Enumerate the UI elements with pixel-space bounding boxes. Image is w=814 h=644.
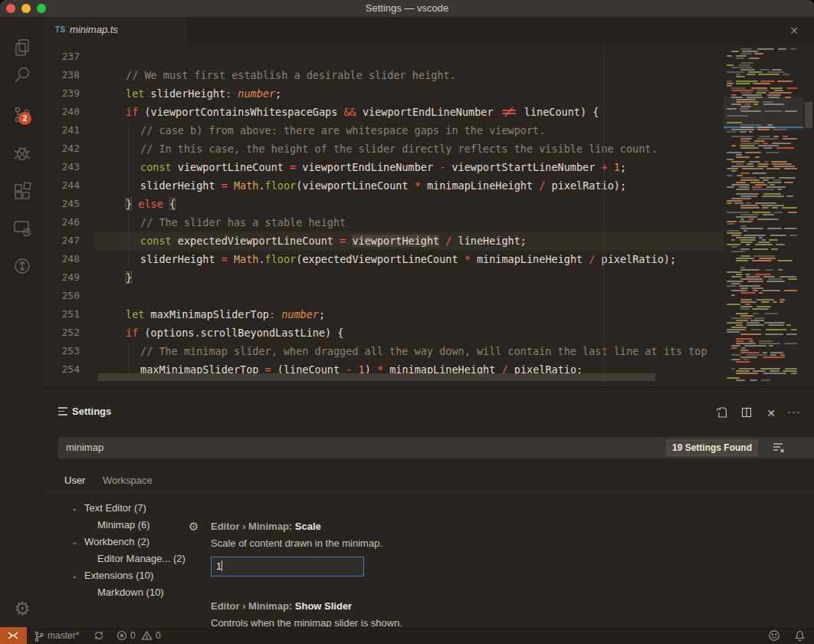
- tab-minimap-ts[interactable]: TS minimap.ts: [44, 17, 189, 44]
- more-actions-icon[interactable]: ···: [787, 406, 801, 420]
- minimap-scale-input[interactable]: 1: [211, 557, 364, 577]
- split-editor-icon[interactable]: [740, 406, 753, 420]
- setting-gear-icon[interactable]: ⚙: [189, 521, 201, 533]
- code-editor[interactable]: 237238// We must first establish a desir…: [44, 44, 814, 387]
- line-number: 245: [44, 195, 80, 213]
- settings-list-icon: [58, 407, 67, 416]
- search-icon[interactable]: [11, 64, 33, 86]
- line-number: 243: [44, 158, 80, 176]
- code-line-247: 247const expectedViewportLineCount = vie…: [44, 232, 814, 250]
- activity-bar: 2 ⚙: [0, 17, 44, 627]
- settings-search-input[interactable]: minimap 19 Settings Found: [57, 436, 814, 459]
- line-number: 244: [44, 176, 80, 195]
- text-caret: [222, 560, 222, 571]
- code-line-243: 243const viewportLineCount = viewportEnd…: [44, 158, 814, 176]
- vscode-window: Settings — vscode 2 ⚙ TS minimap.ts: [0, 0, 814, 644]
- setting-description-scale: Scale of content drawn in the minimap.: [211, 537, 382, 549]
- toc-item-markdown[interactable]: Markdown (10): [57, 584, 211, 601]
- search-value: minimap: [66, 442, 103, 453]
- settings-toc-tree: ⌄Text Editor (7)Minimap (6)⌄Workbench (2…: [57, 500, 211, 601]
- toc-item-label: Text Editor (7): [84, 500, 146, 517]
- settings-found-count: 19 Settings Found: [666, 439, 758, 456]
- code-line-250: 250: [44, 287, 814, 305]
- vertical-scrollbar-thumb[interactable]: [805, 102, 812, 128]
- window-title: Settings — vscode: [0, 2, 814, 14]
- sync-icon[interactable]: [94, 627, 104, 644]
- code-line-246: 246// The slider has a stable height: [44, 213, 814, 232]
- line-number: 252: [44, 324, 80, 342]
- line-number: 240: [44, 103, 80, 121]
- not-equals-ligature: [500, 104, 518, 115]
- errors-count[interactable]: 0: [130, 627, 136, 644]
- warnings-icon[interactable]: [141, 627, 153, 644]
- vertical-scrollbar[interactable]: [803, 44, 814, 387]
- toc-item-label: Editor Manage... (2): [97, 550, 185, 567]
- toc-item-label: Minimap (6): [97, 517, 150, 534]
- line-number: 238: [44, 66, 80, 84]
- tabs-separator: [44, 491, 814, 491]
- title-bar: Settings — vscode: [0, 0, 814, 17]
- editor-group-close-icon[interactable]: ✕: [789, 24, 799, 38]
- code-line-237: 237: [44, 48, 814, 66]
- code-line-241: 241// case b) from above: there are whit…: [44, 121, 814, 140]
- minimap[interactable]: [724, 44, 803, 387]
- status-bar: master* 0 0: [0, 627, 814, 644]
- line-number: 253: [44, 342, 80, 360]
- line-number: 237: [44, 48, 80, 66]
- tab-user[interactable]: User: [64, 475, 85, 486]
- toc-item-workbench[interactable]: ⌄Workbench (2): [57, 534, 211, 550]
- remote-indicator[interactable]: [0, 627, 27, 644]
- code-line-249: 249}: [44, 268, 814, 287]
- toc-item-text-editor[interactable]: ⌄Text Editor (7): [57, 500, 211, 517]
- line-number: 242: [44, 140, 80, 158]
- notifications-bell-icon[interactable]: [794, 627, 806, 644]
- toc-item-minimap[interactable]: Minimap (6): [57, 517, 211, 534]
- code-line-245: 245} else {: [44, 195, 814, 213]
- open-settings-json-icon[interactable]: [715, 406, 729, 420]
- tab-workspace[interactable]: Workspace: [103, 475, 153, 486]
- toc-item-label: Workbench (2): [84, 534, 149, 550]
- live-share-icon[interactable]: [11, 255, 33, 277]
- toc-item-editor-manage[interactable]: Editor Manage... (2): [57, 550, 211, 567]
- line-number: 249: [44, 268, 80, 287]
- clear-filters-icon[interactable]: [772, 442, 786, 454]
- code-line-252: 252if (options.scrollBeyondLastLine) {: [44, 324, 814, 342]
- git-branch-label[interactable]: master*: [48, 627, 79, 644]
- remote-explorer-icon[interactable]: [11, 217, 33, 238]
- editor-tab-bar: TS minimap.ts ✕: [44, 17, 814, 44]
- tab-label: minimap.ts: [70, 24, 118, 35]
- setting-title-scale: Editor › Minimap: Scale: [211, 521, 321, 532]
- git-branch-icon[interactable]: [34, 627, 44, 644]
- code-line-248: 248sliderHeight = Math.floor(expectedVie…: [44, 250, 814, 268]
- editor-ruler: [603, 44, 604, 387]
- settings-panel: Settings ✕ ··· minimap 19 Settings Found…: [44, 387, 814, 627]
- code-line-253: 253// The minimap slider, when dragged a…: [44, 342, 814, 360]
- errors-icon[interactable]: [117, 627, 127, 644]
- code-line-238: 238// We must first establish a desirabl…: [44, 66, 814, 84]
- line-number: 239: [44, 84, 80, 103]
- toc-item-label: Markdown (10): [97, 584, 164, 601]
- close-panel-icon[interactable]: ✕: [764, 406, 778, 420]
- feedback-smiley-icon[interactable]: [768, 627, 780, 644]
- line-number: 251: [44, 305, 80, 324]
- code-line-242: 242// In this case, the height of the sl…: [44, 140, 814, 158]
- code-line-239: 239let sliderHeight: number;: [44, 84, 814, 103]
- warnings-count[interactable]: 0: [156, 627, 161, 644]
- horizontal-scrollbar-thumb[interactable]: [98, 373, 655, 381]
- line-number: 247: [44, 232, 80, 250]
- explorer-icon[interactable]: [11, 37, 33, 58]
- code-line-240: 240if (viewportContainsWhitespaceGaps &&…: [44, 103, 814, 121]
- toc-item-extensions[interactable]: ⌄Extensions (10): [57, 567, 211, 584]
- scm-badge: 2: [18, 112, 31, 125]
- chevron-down-icon: ⌄: [71, 567, 80, 584]
- line-number: 246: [44, 213, 80, 232]
- typescript-file-icon: TS: [55, 25, 66, 34]
- extensions-icon[interactable]: [11, 180, 33, 202]
- code-line-244: 244sliderHeight = Math.floor(viewportLin…: [44, 176, 814, 195]
- debug-icon[interactable]: [11, 142, 33, 163]
- code-line-251: 251let maxMinimapSliderTop: number;: [44, 305, 814, 324]
- line-number: 248: [44, 250, 80, 268]
- toc-item-label: Extensions (10): [84, 567, 153, 584]
- manage-gear-icon[interactable]: ⚙: [11, 598, 33, 619]
- setting-title-show-slider: Editor › Minimap: Show Slider: [211, 600, 352, 612]
